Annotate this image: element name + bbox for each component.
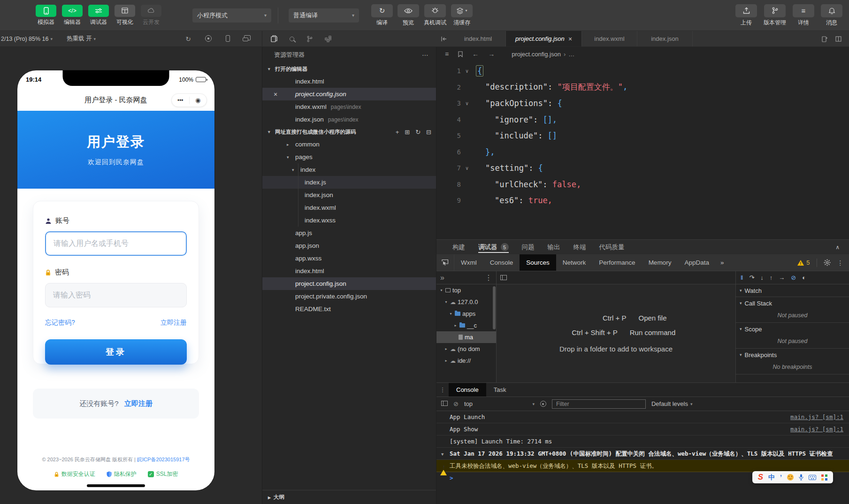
log-source-link[interactable]: main.js? [sm]:1 (781, 425, 843, 433)
settings-gear-icon[interactable] (824, 259, 831, 266)
devtab-memory[interactable]: Memory (642, 254, 678, 271)
tree-item-app-js[interactable]: app.js (262, 227, 436, 239)
extensions-icon[interactable] (325, 36, 331, 42)
tree-item-index-wxml[interactable]: index.wxml (262, 201, 436, 214)
account-input[interactable] (45, 231, 187, 256)
mic-icon[interactable] (799, 474, 803, 481)
tab-index-html[interactable]: index.html (451, 31, 506, 46)
close-icon[interactable]: × (274, 91, 277, 98)
project-root-section[interactable]: ▾ 网址直接打包成微信小程序的源码 + ⊞ ↻ ⊟ (262, 126, 436, 138)
forgot-password-link[interactable]: 忘记密码? (45, 319, 75, 327)
tab-index-wxml[interactable]: index.wxml (582, 31, 637, 46)
source-node-main-js[interactable]: ma (436, 331, 496, 343)
chinese-mode-icon[interactable]: 中 (768, 473, 775, 481)
source-node-ide[interactable]: ▸☁ide:// (436, 355, 496, 367)
tab-code-quality[interactable]: 代码质量 (599, 240, 625, 254)
more-icon[interactable]: ••• (172, 97, 189, 104)
preview-button[interactable]: 预览 (398, 4, 419, 27)
devtab-network[interactable]: Network (556, 254, 593, 271)
outline-menu-icon[interactable]: ≡ (440, 50, 453, 58)
tab-terminal[interactable]: 终端 (574, 240, 586, 254)
step-out-icon[interactable]: ↑ (770, 274, 773, 281)
tab-problems[interactable]: 问题 (522, 240, 535, 254)
tree-item-common[interactable]: ▸ common (262, 138, 436, 151)
log-group-row[interactable]: ▼ Sat Jan 17 2026 19:13:32 GMT+0800 (中国标… (436, 448, 849, 460)
split-editor-icon[interactable] (835, 36, 841, 42)
devtab-wxml[interactable]: Wxml (454, 254, 483, 271)
tab-build[interactable]: 构建 (452, 240, 465, 254)
emoji-icon[interactable] (787, 474, 794, 481)
password-input[interactable] (45, 283, 187, 307)
multi-window-icon[interactable] (244, 35, 251, 40)
new-file-icon[interactable]: + (396, 129, 399, 136)
compile-button[interactable]: ↻ 编译 (371, 4, 393, 27)
more-panes-icon[interactable]: » (440, 274, 444, 282)
collapse-folders-icon[interactable]: ⊟ (426, 129, 431, 136)
toggle-sidebar-icon[interactable] (500, 275, 507, 280)
compile-mode-select[interactable]: 普通编译 ▾ (289, 8, 359, 23)
call-stack-header[interactable]: ▾Call Stack (736, 297, 849, 309)
open-editor-index-wxml[interactable]: index.wxml pages\index (262, 100, 436, 113)
minimize-target-icon[interactable]: ◉ (190, 97, 207, 104)
tree-item-index-wxss[interactable]: index.wxss (262, 214, 436, 227)
tab-project-config-json[interactable]: project.config.json × (506, 31, 582, 46)
context-select[interactable]: top ▾ (464, 400, 535, 407)
tab-index-json[interactable]: index.json (637, 31, 693, 46)
version-control-button[interactable]: 版本管理 (764, 4, 786, 27)
source-node-127[interactable]: ▾☁127.0.0 (436, 296, 496, 308)
simulator-button[interactable]: 模拟器 (36, 5, 56, 26)
tree-item-readme[interactable]: README.txt (262, 303, 436, 315)
source-node-c[interactable]: ▸__c (436, 320, 496, 331)
tree-item-project-config[interactable]: project.config.json (262, 277, 436, 290)
pause-icon[interactable]: ‖ (741, 274, 743, 281)
tree-item-index-json[interactable]: index.json (262, 189, 436, 201)
devtab-console[interactable]: Console (483, 254, 520, 271)
show-sidebar-icon[interactable] (441, 400, 448, 407)
step-icon[interactable]: → (779, 274, 785, 281)
tree-item-index-folder[interactable]: ▾ index (262, 163, 436, 176)
step-over-icon[interactable]: ↷ (749, 274, 754, 281)
breadcrumb-more[interactable]: … (568, 51, 574, 58)
visualize-button[interactable]: 可视化 (115, 5, 135, 26)
remote-debug-button[interactable]: 真机调试 (424, 4, 446, 27)
source-node-apps[interactable]: ▾apps (436, 308, 496, 320)
live-expression-icon[interactable] (540, 401, 546, 407)
mode-select[interactable]: 小程序模式 ▾ (192, 8, 271, 23)
phone-frame-icon[interactable] (226, 35, 230, 42)
source-node-top[interactable]: ▾top (436, 284, 496, 296)
console-log-list[interactable]: App Launch main.js? [sm]:1 App Show main… (436, 411, 849, 504)
refresh-explorer-icon[interactable]: ↻ (415, 129, 421, 136)
outline-section[interactable]: ▸ 大纲 (262, 490, 436, 504)
sogou-logo-icon[interactable]: S (758, 473, 763, 481)
expand-icon[interactable]: ▼ (441, 451, 444, 458)
stop-icon[interactable] (205, 35, 212, 42)
tree-item-index-js[interactable]: index.js (262, 176, 436, 189)
debugger-button[interactable]: 调试器 (88, 5, 109, 26)
messages-button[interactable]: 消息 (821, 4, 842, 27)
tab-debugger[interactable]: 调试器5 (478, 240, 509, 254)
hot-reload-toggle[interactable]: 热重载 开 ▾ (67, 35, 96, 43)
clear-console-icon[interactable]: ⊘ (453, 400, 459, 407)
cloud-dev-button[interactable]: 云开发 (141, 5, 161, 26)
warning-count[interactable]: 5 (797, 259, 810, 266)
code-editor[interactable]: 1∨{ 2"description": "项目配置文件。", 3∨"packOp… (436, 61, 849, 239)
search-icon[interactable] (290, 37, 294, 41)
devtab-performance[interactable]: Performance (592, 254, 642, 271)
bookmark-icon[interactable] (453, 51, 467, 57)
breakpoints-header[interactable]: ▾Breakpoints (736, 349, 849, 361)
punctuation-icon[interactable]: ’ (780, 473, 782, 481)
tree-item-project-private-config[interactable]: project.private.config.json (262, 290, 436, 303)
kebab-menu-icon[interactable]: ⋮ (436, 383, 449, 397)
open-editors-section[interactable]: ▾ 打开的编辑器 (262, 63, 436, 75)
tree-item-app-json[interactable]: app.json (262, 239, 436, 252)
files-panel-icon[interactable] (271, 35, 277, 42)
upload-button[interactable]: 上传 (735, 4, 757, 27)
more-actions-icon[interactable]: ⋯ (422, 51, 428, 59)
details-button[interactable]: ≡ 详情 (793, 4, 814, 27)
deactivate-breakpoints-icon[interactable]: ⊘ (791, 274, 796, 281)
log-source-link[interactable]: main.js? [sm]:1 (781, 413, 843, 421)
open-editor-index-html[interactable]: index.html (262, 75, 436, 88)
source-node-no-domain[interactable]: ▸☁(no dom (436, 343, 496, 355)
keyboard-icon[interactable] (809, 475, 816, 480)
log-levels-select[interactable]: Default levels ▾ (651, 400, 693, 407)
